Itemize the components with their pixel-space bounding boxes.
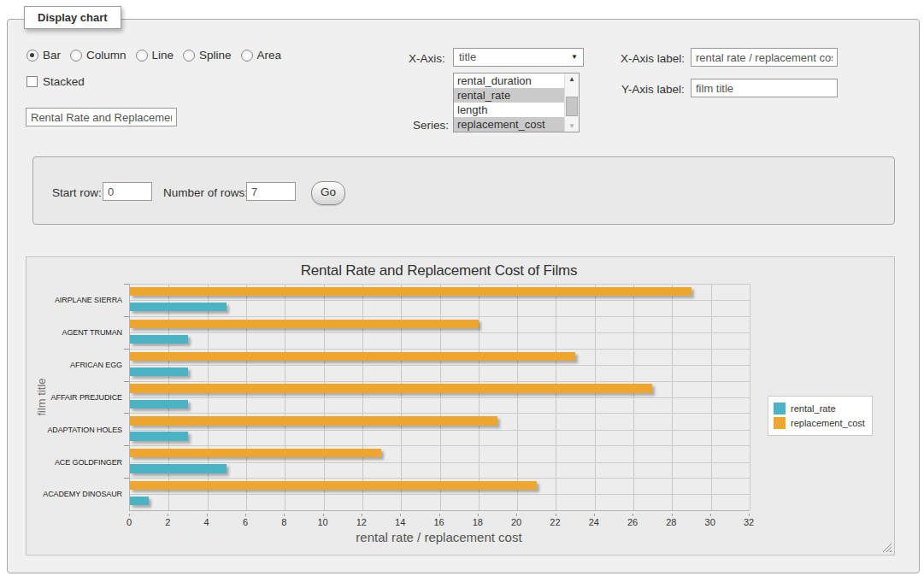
stacked-label: Stacked [43, 75, 85, 88]
plot-area: AIRPLANE SIERRAAGENT TRUMANAFRICAN EGGAF… [129, 284, 750, 511]
x-axis-ticks: 02468101214161820222426283032 [129, 514, 749, 527]
series-list-label: Series: [413, 119, 449, 132]
category-label: ACE GOLDFINGER [55, 458, 122, 467]
bar-rental_rate [130, 303, 227, 311]
row-controls-box: Start row: Number of rows: Go [32, 156, 895, 225]
stacked-checkbox[interactable] [26, 76, 38, 87]
scroll-up-icon[interactable]: ▲ [565, 73, 579, 85]
x-axis-label-input[interactable] [691, 48, 838, 67]
x-axis-label-field-label: X-Axis label: [621, 52, 685, 65]
series-option-rental-rate[interactable]: rental_rate [454, 88, 565, 103]
radio-spline-label: Spline [199, 49, 232, 62]
radio-spline[interactable] [183, 50, 195, 62]
legend-item[interactable]: replacement_cost [774, 417, 865, 429]
scroll-down-icon[interactable]: ▼ [565, 121, 579, 132]
x-axis-select-label: X-Axis: [409, 52, 445, 65]
bar-replacement_cost [130, 384, 652, 392]
bar-replacement_cost [130, 287, 692, 296]
series-option-length[interactable]: length [454, 103, 565, 117]
category-label: AFFAIR PREJUDICE [51, 393, 122, 402]
resize-grip-icon[interactable] [882, 543, 892, 552]
series-option-replacement-cost[interactable]: replacement_cost [454, 117, 565, 132]
category-band: AFRICAN EGG [130, 349, 750, 381]
x-tick-label: 30 [705, 517, 715, 527]
category-band: ADAPTATION HOLES [130, 413, 750, 445]
radio-bar[interactable] [26, 50, 38, 62]
x-axis-select[interactable]: title ▼ [453, 48, 584, 67]
category-band: AIRPLANE SIERRA [130, 284, 750, 316]
x-axis-select-value: title [459, 50, 476, 63]
legend-swatch [774, 417, 786, 429]
chart-container: Rental Rate and Replacement Cost of Film… [26, 256, 895, 556]
y-axis-title: film title [30, 284, 52, 510]
category-label: AFRICAN EGG [70, 361, 122, 369]
series-option-rental-duration[interactable]: rental_duration [454, 73, 565, 88]
category-label: ADAPTATION HOLES [47, 426, 122, 434]
category-label: AIRPLANE SIERRA [55, 296, 122, 304]
bar-rental_rate [130, 432, 188, 440]
radio-item-spline: Spline [183, 49, 232, 62]
number-of-rows-input[interactable] [246, 182, 296, 201]
category-label: ACADEMY DINOSAUR [43, 490, 122, 498]
bar-rental_rate [130, 400, 188, 409]
category-label: AGENT TRUMAN [62, 328, 122, 337]
series-options: rental_duration rental_rate length repla… [454, 73, 565, 132]
bar-rental_rate [130, 335, 188, 344]
page: { "panel_title": "Display chart", "chart… [0, 0, 924, 582]
chart-type-radio-group: Bar Column Line Spline Area [26, 49, 291, 62]
x-tick-label: 8 [281, 517, 286, 527]
x-tick-label: 14 [395, 517, 405, 527]
x-tick-label: 2 [165, 517, 170, 527]
bar-rental_rate [130, 497, 149, 505]
chart-legend: rental_ratereplacement_cost [768, 396, 873, 436]
category-band: ACADEMY DINOSAUR [130, 478, 750, 510]
category-band: AGENT TRUMAN [130, 316, 750, 349]
scrollbar-thumb[interactable] [566, 97, 578, 116]
x-tick-label: 32 [744, 517, 754, 527]
category-band: ACE GOLDFINGER [130, 445, 750, 478]
chart-title: Rental Rate and Replacement Cost of Film… [129, 262, 749, 279]
plot-rows: AIRPLANE SIERRAAGENT TRUMANAFRICAN EGGAF… [130, 284, 750, 510]
x-tick-label: 18 [473, 517, 483, 527]
bar-replacement_cost [130, 481, 537, 490]
series-scrollbar[interactable]: ▲ ▼ [564, 73, 579, 132]
x-tick-label: 0 [127, 517, 132, 527]
x-tick-label: 16 [433, 517, 444, 527]
legend-item[interactable]: rental_rate [774, 403, 865, 414]
chart-title-input[interactable] [26, 108, 177, 126]
radio-area-label: Area [257, 49, 282, 62]
gridline [750, 284, 750, 510]
x-axis-title: rental rate / replacement cost [129, 530, 749, 544]
x-tick-label: 28 [666, 517, 676, 527]
panel-title: Display chart [24, 6, 121, 29]
x-tick-label: 26 [627, 517, 638, 527]
chevron-down-icon: ▼ [571, 49, 578, 66]
bar-replacement_cost [130, 416, 497, 425]
x-tick-label: 12 [356, 517, 367, 527]
radio-item-bar: Bar [26, 49, 61, 62]
radio-area[interactable] [241, 50, 253, 62]
x-tick-label: 20 [511, 517, 521, 527]
legend-label: replacement_cost [791, 418, 865, 428]
radio-item-column: Column [70, 49, 127, 62]
x-tick-label: 22 [550, 517, 560, 527]
radio-line-label: Line [152, 49, 174, 62]
legend-swatch [774, 403, 786, 414]
legend-label: rental_rate [791, 403, 836, 414]
y-axis-label-field-label: Y-Axis label: [621, 83, 685, 96]
start-row-label: Start row: [52, 186, 102, 199]
bar-replacement_cost [130, 352, 575, 361]
radio-bar-label: Bar [43, 49, 61, 62]
bar-replacement_cost [130, 320, 479, 328]
x-tick-label: 24 [589, 517, 599, 527]
y-axis-label-input[interactable] [691, 79, 838, 97]
start-row-input[interactable] [103, 182, 152, 201]
radio-line[interactable] [136, 50, 148, 62]
bar-rental_rate [130, 464, 227, 473]
x-tick-label: 4 [204, 517, 209, 527]
series-listbox: rental_duration rental_rate length repla… [453, 73, 580, 132]
category-band: AFFAIR PREJUDICE [130, 381, 750, 414]
go-button[interactable]: Go [311, 181, 345, 205]
radio-column[interactable] [70, 50, 82, 62]
number-of-rows-label: Number of rows: [163, 186, 248, 199]
